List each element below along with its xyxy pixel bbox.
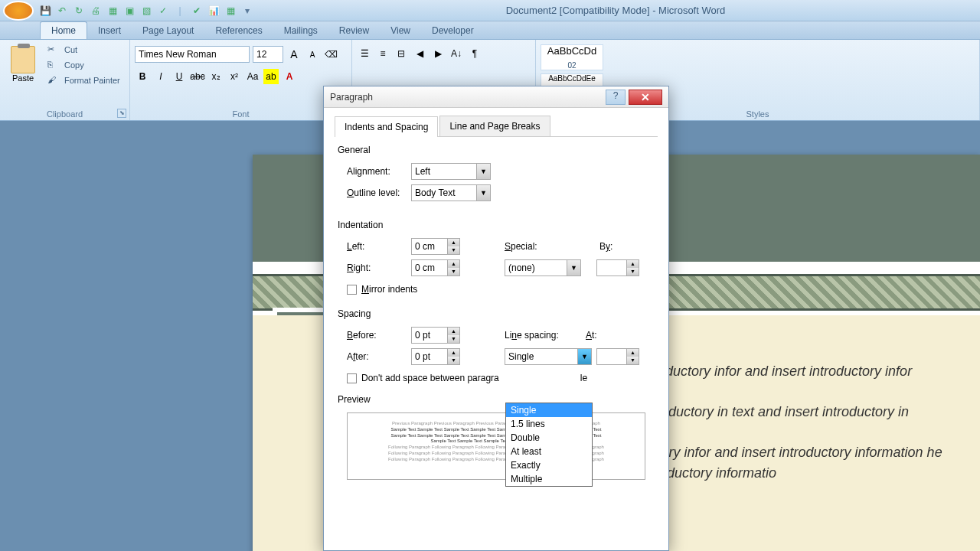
tab-review[interactable]: Review — [328, 22, 380, 39]
spin-down-icon: ▼ — [447, 268, 459, 276]
spellcheck-icon[interactable]: ✓ — [156, 4, 170, 18]
section-indentation: Indentation — [338, 220, 658, 230]
dropdown-option[interactable]: Single — [506, 403, 592, 417]
dont-add-checkbox[interactable] — [347, 373, 357, 383]
sep: | — [173, 4, 187, 18]
tab-mailings[interactable]: Mailings — [273, 22, 328, 39]
bold-button[interactable]: B — [135, 69, 150, 84]
special-label: Special: — [505, 241, 552, 252]
at-input[interactable]: ▲▼ — [596, 348, 639, 365]
expand-icon[interactable]: ⬊ — [117, 109, 126, 118]
chevron-down-icon: ▼ — [476, 164, 490, 179]
indent-decrease-icon[interactable]: ◀ — [412, 46, 427, 61]
spin-up-icon: ▲ — [447, 328, 459, 335]
tab-home[interactable]: Home — [40, 21, 87, 39]
close-button[interactable]: ✕ — [629, 90, 662, 105]
tab-references[interactable]: References — [204, 22, 273, 39]
qat-icon[interactable]: ▣ — [122, 4, 136, 18]
strikethrough-button[interactable]: abc — [190, 69, 205, 84]
paste-icon — [11, 46, 35, 73]
chevron-down-icon: ▼ — [577, 349, 591, 364]
style-item[interactable]: AaBbCcDd02 — [541, 44, 603, 70]
apps-icon[interactable]: ▦ — [224, 4, 237, 18]
after-input[interactable]: 0 pt▲▼ — [411, 348, 460, 365]
multilevel-icon[interactable]: ⊟ — [394, 46, 409, 61]
group-label: Font — [130, 109, 351, 119]
font-color-button[interactable]: A — [282, 69, 297, 84]
alignment-select[interactable]: Left▼ — [411, 163, 491, 180]
title-bar: 💾 ↶ ↻ 🖨 ▦ ▣ ▧ ✓ | ✔ 📊 ▦ ▾ Document2 [Com… — [0, 0, 980, 21]
show-marks-icon[interactable]: ¶ — [467, 46, 482, 61]
bullets-icon[interactable]: ☰ — [357, 46, 372, 61]
shrink-font-icon[interactable]: A — [305, 47, 320, 62]
dialog-titlebar[interactable]: Paragraph ? ✕ — [324, 86, 668, 108]
outline-select[interactable]: Body Text▼ — [411, 184, 491, 201]
change-case-button[interactable]: Aa — [245, 69, 260, 84]
grow-font-icon[interactable]: A — [286, 47, 302, 62]
mirror-label: Mirror indents — [361, 284, 417, 295]
underline-button[interactable]: U — [172, 69, 187, 84]
tab-view[interactable]: View — [380, 22, 421, 39]
group-label: Clipboard — [0, 109, 129, 119]
tab-insert[interactable]: Insert — [87, 22, 132, 39]
tab-line-breaks[interactable]: Line and Page Breaks — [439, 116, 550, 136]
check-icon[interactable]: ✔ — [190, 4, 204, 18]
qat-more-icon[interactable]: ▾ — [240, 4, 254, 18]
sort-icon[interactable]: A↓ — [449, 46, 464, 61]
spin-up-icon: ▲ — [626, 260, 639, 268]
before-input[interactable]: 0 pt▲▼ — [411, 327, 460, 344]
tab-page-layout[interactable]: Page Layout — [132, 22, 204, 39]
right-indent-input[interactable]: 0 cm▲▼ — [411, 259, 460, 276]
save-icon[interactable]: 💾 — [38, 4, 52, 18]
dropdown-option[interactable]: Double — [506, 431, 592, 445]
dropdown-option[interactable]: 1.5 lines — [506, 417, 592, 431]
chevron-down-icon: ▼ — [476, 185, 490, 201]
line-spacing-label: Line spacing: — [505, 330, 573, 341]
qat-icon[interactable]: ▧ — [139, 4, 153, 18]
spin-down-icon: ▼ — [447, 335, 459, 343]
section-general: General — [338, 145, 658, 155]
dont-add-label: Don't add space between paragra — [361, 373, 499, 383]
spin-up-icon: ▲ — [626, 349, 639, 357]
font-size-select[interactable] — [253, 46, 283, 63]
clear-format-icon[interactable]: ⌫ — [323, 47, 338, 62]
print-icon[interactable]: 🖨 — [89, 4, 103, 18]
font-family-select[interactable] — [135, 46, 250, 63]
left-label: Left: — [347, 241, 411, 252]
chart-icon[interactable]: 📊 — [207, 4, 220, 18]
dropdown-option[interactable]: Exactly — [506, 458, 592, 472]
copy-button[interactable]: ⎘Copy — [44, 58, 123, 72]
format-painter-button[interactable]: 🖌Format Painter — [44, 73, 123, 87]
italic-button[interactable]: I — [153, 69, 168, 84]
numbering-icon[interactable]: ≡ — [375, 46, 390, 61]
line-spacing-dropdown: Single 1.5 lines Double At least Exactly… — [505, 403, 593, 487]
line-spacing-select[interactable]: Single▼ — [505, 348, 592, 365]
office-button[interactable] — [3, 1, 34, 21]
cut-button[interactable]: ✂Cut — [44, 43, 123, 57]
help-button[interactable]: ? — [606, 90, 626, 105]
subscript-button[interactable]: x₂ — [208, 69, 224, 84]
dropdown-option[interactable]: At least — [506, 445, 592, 458]
mirror-checkbox[interactable] — [347, 285, 357, 295]
indent-increase-icon[interactable]: ▶ — [430, 46, 446, 61]
paste-label: Paste — [12, 73, 34, 83]
special-select[interactable]: (none)▼ — [505, 259, 581, 276]
redo-icon[interactable]: ↻ — [72, 4, 86, 18]
right-label: Right: — [347, 262, 411, 273]
font-group: A A ⌫ B I U abc x₂ x² Aa ab A Font ⬊ — [130, 40, 352, 120]
superscript-button[interactable]: x² — [227, 69, 242, 84]
preview-icon[interactable]: ▦ — [106, 4, 119, 18]
tab-indents-spacing[interactable]: Indents and Spacing — [335, 116, 438, 137]
section-preview: Preview — [338, 394, 658, 405]
paste-button[interactable]: Paste — [5, 43, 41, 87]
spin-down-icon: ▼ — [626, 357, 639, 364]
outline-label: Outline level: — [347, 187, 411, 198]
spin-up-icon: ▲ — [447, 239, 459, 246]
by-input[interactable]: ▲▼ — [596, 259, 639, 276]
highlight-button[interactable]: ab — [263, 69, 279, 84]
left-indent-input[interactable]: 0 cm▲▼ — [411, 238, 460, 255]
dropdown-option[interactable]: Multiple — [506, 472, 592, 486]
undo-icon[interactable]: ↶ — [55, 4, 69, 18]
tab-developer[interactable]: Developer — [421, 22, 485, 39]
after-label: After: — [347, 351, 411, 362]
